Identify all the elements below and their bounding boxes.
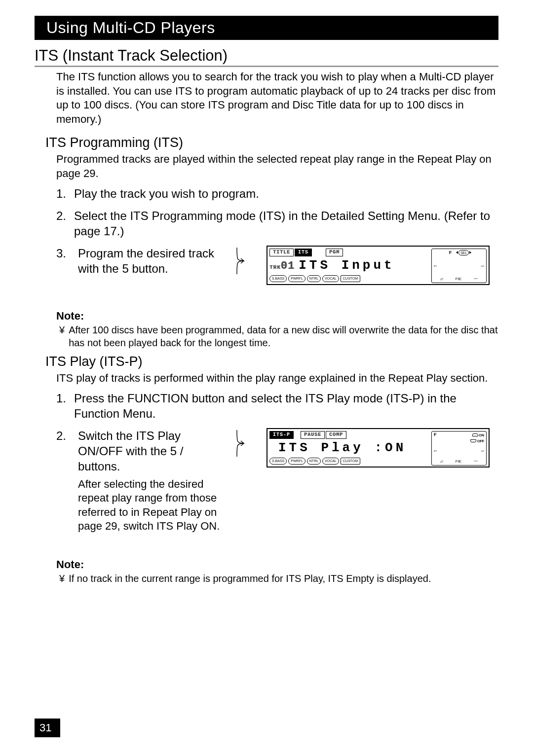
lcd-fie-label: FIE <box>456 277 461 282</box>
curve-right-icon: ⤻ <box>481 449 484 454</box>
curve-left-icon: ⤺ <box>434 264 437 269</box>
step-text: Press the FUNCTION button and select the… <box>74 391 498 421</box>
note-label: Note: <box>56 558 498 571</box>
note-text: After 100 discs have been programmed, da… <box>69 324 498 349</box>
lcd-pill-vocal: VOCAL <box>322 275 339 282</box>
step-text: Play the track you wish to program. <box>74 186 498 201</box>
lcd-trk-label: TRK <box>269 264 281 270</box>
lcd-tab-itsp: ITS-P <box>269 431 294 439</box>
lcd-pill-sbass: S.BASS <box>269 458 287 465</box>
curve-right-icon: ⤻ <box>481 264 484 269</box>
note-block-programming: Note: ¥ After 100 discs have been progra… <box>56 310 498 349</box>
eq-icon: ▱ <box>440 459 443 464</box>
step-number: 3. <box>56 246 69 261</box>
lcd-main-text: ITS Play :ON <box>278 440 406 457</box>
step-1: 1. Play the track you wish to program. <box>56 186 498 201</box>
lcd-main-text: ITS Input <box>299 257 394 274</box>
wave-icon: 〰 <box>474 459 478 464</box>
section-heading-its: ITS (Instant Track Selection) <box>35 47 498 67</box>
step-text: Select the ITS Programming mode (ITS) in… <box>74 208 498 239</box>
lcd-display-its-input: TITLE ITS PGM TRK01 ITS Input S.BASS PWR… <box>266 246 498 285</box>
step-number: 2. <box>56 428 69 443</box>
note-bullet: ¥ <box>59 324 65 349</box>
lcd-on-label: ON <box>479 433 485 437</box>
note-text: If no track in the current range is prog… <box>69 572 431 585</box>
lcd-f-label: F <box>434 432 437 438</box>
lcd-pill-vocal: VOCAL <box>322 458 339 465</box>
its-programming-lead: Programmed tracks are played within the … <box>56 152 498 180</box>
subheading-its-programming: ITS Programming (ITS) <box>45 135 498 150</box>
lcd-pill-custom: CUSTOM <box>341 458 360 465</box>
lcd-sel-indicator: SEL <box>458 250 469 255</box>
lcd-pill-pwrfl: PWRFL <box>288 458 305 465</box>
lcd-pill-ntrl: NTRL <box>307 458 321 465</box>
lcd-side-panel: F SEL ⤺ ⤻ ▱ FIE 〰 <box>431 249 487 283</box>
step-number: 1. <box>56 391 69 421</box>
step-3: 3. Program the desired track with the 5 … <box>56 246 498 285</box>
pointer-arrow-icon <box>235 428 253 459</box>
wave-icon: 〰 <box>474 277 478 282</box>
note-bullet: ¥ <box>59 572 65 585</box>
eq-icon: ▱ <box>440 277 443 282</box>
its-intro-paragraph: The ITS function allows you to search fo… <box>56 70 498 126</box>
step-2: 2. Select the ITS Programming mode (ITS)… <box>56 208 498 239</box>
curve-left-icon: ⤺ <box>434 449 437 454</box>
lcd-f-label: F <box>449 250 452 256</box>
lcd-trk-number: 01 <box>281 260 295 272</box>
note-label: Note: <box>56 310 498 323</box>
step-subtext: After selecting the desired repeat play … <box>78 477 226 534</box>
lcd-tab-comp: COMP <box>326 431 346 439</box>
lcd-display-its-play: ITS-P PAUSE COMP ITS Play :ON S.BASS PWR… <box>266 428 498 468</box>
note-block-play: Note: ¥ If no track in the current range… <box>56 558 498 585</box>
switch-up-icon <box>472 433 478 436</box>
step-text: Switch the ITS Play ON/OFF with the 5 / … <box>78 428 226 474</box>
chapter-title: Using Multi-CD Players <box>35 16 498 40</box>
lcd-tab-pgm: PGM <box>326 249 343 256</box>
play-step-2: 2. Switch the ITS Play ON/OFF with the 5… <box>56 428 498 534</box>
lcd-pill-ntrl: NTRL <box>307 275 321 282</box>
lcd-tab-pause: PAUSE <box>301 431 325 439</box>
step-text: Program the desired track with the 5 but… <box>78 246 226 276</box>
lcd-tab-title: TITLE <box>269 249 294 256</box>
pointer-arrow-icon <box>235 246 253 276</box>
lcd-pill-pwrfl: PWRFL <box>288 275 305 282</box>
play-step-1: 1. Press the FUNCTION button and select … <box>56 391 498 421</box>
page-number: 31 <box>35 719 60 737</box>
subheading-its-play: ITS Play (ITS-P) <box>45 354 498 369</box>
lcd-off-label: OFF <box>477 439 484 443</box>
its-play-lead: ITS play of tracks is performed within t… <box>56 371 498 386</box>
lcd-fie-label: FIE <box>456 459 461 464</box>
step-number: 1. <box>56 186 69 201</box>
lcd-pill-custom: CUSTOM <box>341 275 360 282</box>
lcd-pill-sbass: S.BASS <box>269 275 287 282</box>
step-number: 2. <box>56 208 69 239</box>
lcd-tab-its: ITS <box>295 249 312 256</box>
switch-down-icon <box>470 439 476 442</box>
lcd-side-panel: FON OFF ⤺ ⤻ ▱ FIE 〰 <box>431 431 487 466</box>
